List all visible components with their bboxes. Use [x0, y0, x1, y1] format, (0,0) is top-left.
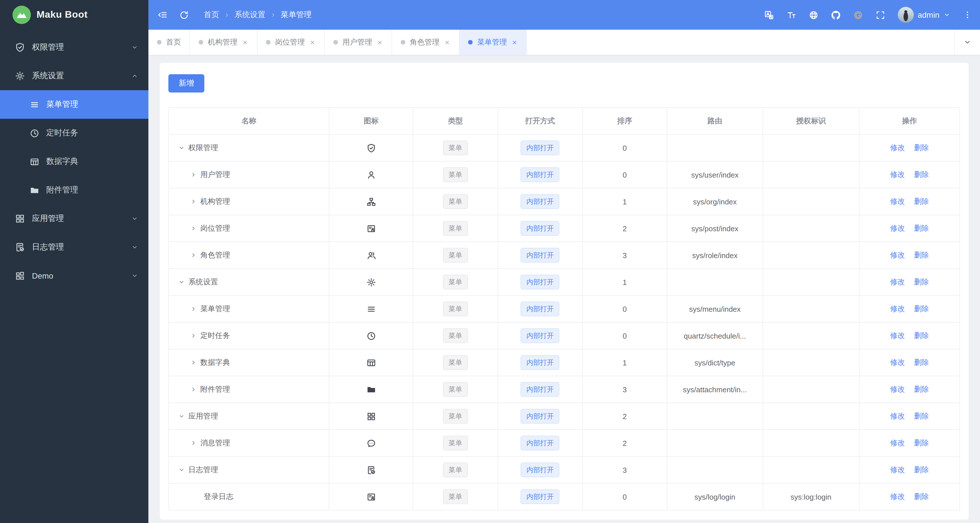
menu-lines-icon: [30, 100, 40, 109]
add-button[interactable]: 新增: [169, 74, 204, 92]
sidebar-subitem-1-2[interactable]: 数据字典: [0, 147, 148, 176]
tab-5[interactable]: 菜单管理: [460, 30, 527, 55]
edit-link[interactable]: 修改: [890, 143, 905, 152]
menu-name-cell: 应用管理: [172, 411, 326, 421]
username: admin: [918, 10, 939, 19]
collapse-sidebar-icon[interactable]: [158, 10, 168, 20]
sidebar-item-2[interactable]: 应用管理: [0, 204, 148, 233]
sidebar-item-1[interactable]: 系统设置: [0, 62, 148, 90]
tree-collapse-icon[interactable]: [190, 305, 197, 312]
tree-collapse-icon[interactable]: [190, 171, 197, 178]
delete-link[interactable]: 删除: [914, 250, 929, 259]
edit-link[interactable]: 修改: [890, 250, 905, 259]
route-value: quartz/schedule/i...: [684, 332, 746, 340]
close-icon[interactable]: [242, 39, 248, 45]
tab-0[interactable]: 首页: [148, 30, 190, 55]
edit-link[interactable]: 修改: [890, 305, 905, 313]
edit-link[interactable]: 修改: [890, 438, 905, 447]
delete-link[interactable]: 删除: [914, 143, 929, 152]
edit-link[interactable]: 修改: [890, 170, 905, 179]
sidebar-item-4[interactable]: Demo: [0, 262, 148, 290]
gitee-icon[interactable]: [853, 10, 863, 20]
sidebar-subitem-1-3[interactable]: 附件管理: [0, 176, 148, 204]
tab-label: 菜单管理: [477, 37, 507, 47]
tree-collapse-icon[interactable]: [190, 386, 197, 393]
sort-value: 0: [623, 493, 627, 501]
edit-link[interactable]: 修改: [890, 492, 905, 501]
tab-3[interactable]: 用户管理: [325, 30, 392, 55]
menu-name: 用户管理: [200, 170, 230, 180]
breadcrumb-home[interactable]: 首页: [204, 10, 219, 20]
logo: Maku Boot: [0, 0, 148, 30]
delete-link[interactable]: 删除: [914, 305, 929, 313]
edit-link[interactable]: 修改: [890, 277, 905, 286]
sidebar-subitem-1-0[interactable]: 菜单管理: [0, 90, 148, 119]
tab-1[interactable]: 机构管理: [190, 30, 258, 55]
user-icon: [333, 170, 409, 180]
tree-collapse-icon[interactable]: [190, 225, 197, 232]
tree-expand-icon[interactable]: [178, 467, 185, 474]
delete-link[interactable]: 删除: [914, 438, 929, 447]
type-tag: 菜单: [443, 462, 468, 477]
sidebar-subitem-1-1[interactable]: 定时任务: [0, 119, 148, 147]
delete-link[interactable]: 删除: [914, 465, 929, 474]
sidebar-item-0[interactable]: 权限管理: [0, 33, 148, 62]
tree-collapse-icon[interactable]: [190, 359, 197, 366]
delete-link[interactable]: 删除: [914, 331, 929, 340]
delete-link[interactable]: 删除: [914, 224, 929, 232]
tree-expand-icon[interactable]: [178, 279, 185, 285]
refresh-icon[interactable]: [179, 10, 189, 20]
tab-4[interactable]: 角色管理: [392, 30, 460, 55]
clock-icon: [30, 128, 40, 138]
edit-link[interactable]: 修改: [890, 331, 905, 340]
translate-icon[interactable]: [764, 10, 774, 20]
type-tag: 菜单: [443, 248, 468, 263]
tab-list-dropdown[interactable]: [954, 30, 980, 55]
fullscreen-icon[interactable]: [875, 10, 885, 20]
tree-collapse-icon[interactable]: [190, 198, 197, 205]
delete-link[interactable]: 删除: [914, 170, 929, 179]
delete-link[interactable]: 删除: [914, 412, 929, 420]
table-row: 数据字典菜单内部打开1sys/dict/type修改删除: [169, 349, 960, 376]
tree-collapse-icon[interactable]: [190, 440, 197, 446]
font-size-icon[interactable]: [786, 10, 796, 20]
edit-link[interactable]: 修改: [890, 358, 905, 367]
edit-link[interactable]: 修改: [890, 197, 905, 206]
delete-link[interactable]: 删除: [914, 385, 929, 394]
kebab-menu-icon[interactable]: [963, 10, 972, 19]
user-menu[interactable]: admin: [898, 7, 950, 23]
table-row: 权限管理菜单内部打开0修改删除: [169, 134, 960, 161]
close-icon[interactable]: [377, 39, 383, 45]
delete-link[interactable]: 删除: [914, 358, 929, 367]
close-icon[interactable]: [511, 39, 518, 45]
open-mode-tag: 内部打开: [520, 248, 559, 263]
menu-name: 菜单管理: [200, 304, 230, 314]
delete-link[interactable]: 删除: [914, 492, 929, 501]
edit-link[interactable]: 修改: [890, 224, 905, 232]
delete-link[interactable]: 删除: [914, 277, 929, 286]
github-icon[interactable]: [831, 10, 841, 20]
tree-collapse-icon[interactable]: [190, 332, 197, 339]
globe-icon[interactable]: [809, 10, 818, 20]
app-grid-icon: [333, 411, 409, 421]
shield-check-icon: [333, 143, 409, 153]
edit-link[interactable]: 修改: [890, 385, 905, 394]
close-icon[interactable]: [444, 39, 450, 45]
sidebar-item-3[interactable]: 日志管理: [0, 233, 148, 262]
close-icon[interactable]: [309, 39, 316, 45]
tree-collapse-icon[interactable]: [190, 252, 197, 259]
tab-label: 首页: [166, 37, 181, 47]
route-value: sys/menu/index: [689, 305, 741, 313]
edit-link[interactable]: 修改: [890, 412, 905, 420]
content-area: 新增 名称图标类型打开方式排序路由授权标识操作 权限管理菜单内部打开0修改删除用…: [148, 55, 980, 523]
open-mode-tag: 内部打开: [520, 382, 559, 397]
edit-link[interactable]: 修改: [890, 465, 905, 474]
breadcrumb-system[interactable]: 系统设置: [235, 10, 266, 20]
message-icon: [333, 438, 409, 448]
column-header: 排序: [582, 108, 667, 134]
tab-2[interactable]: 岗位管理: [258, 30, 325, 55]
tree-expand-icon[interactable]: [178, 413, 185, 419]
tree-expand-icon[interactable]: [178, 145, 185, 151]
menu-name-cell: 用户管理: [172, 170, 326, 180]
delete-link[interactable]: 删除: [914, 197, 929, 206]
